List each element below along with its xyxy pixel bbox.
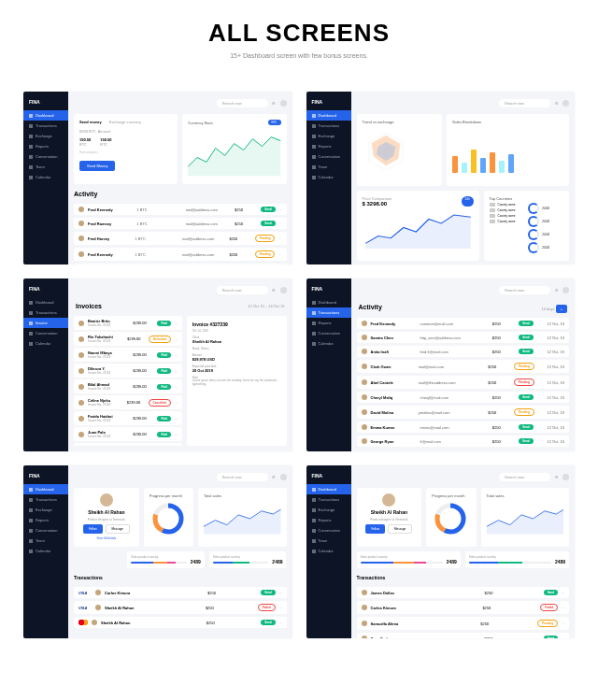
nav-reports[interactable]: Reports: [306, 318, 351, 328]
tab-send[interactable]: Send money: [79, 120, 102, 124]
nav-conversation[interactable]: Conversation: [23, 525, 68, 536]
activity-row[interactable]: Fred Kennedy1 BTCmail@address.com$250Pen…: [74, 264, 287, 264]
transaction-row[interactable]: VISACarlos Kimura$250Send⋯: [74, 587, 287, 598]
invoice-row[interactable]: Josh BryantInvoice No. #0123$239.00Paid⋯: [74, 443, 182, 446]
invoice-row[interactable]: Naomi MbeyaInvoice No. #0123$239.00Paid⋯: [74, 348, 182, 362]
bell-icon[interactable]: ⚙: [272, 475, 277, 479]
nav-transactions[interactable]: Transactions: [23, 494, 68, 505]
invoice-row[interactable]: Celine NjokuInvoice No. #0123$239.00Canc…: [74, 395, 182, 409]
nav-exchange[interactable]: Exchange: [23, 505, 68, 515]
activity-row[interactable]: Fred Harvey1 BTCmail@address.com$250Pend…: [74, 232, 287, 245]
nav-exchange[interactable]: Exchange: [306, 131, 351, 141]
more-icon[interactable]: ⋯: [278, 252, 281, 256]
bell-icon[interactable]: ⚙: [272, 288, 277, 293]
transaction-row[interactable]: VISASheikh Al Rahan$250Failed⋯: [74, 601, 287, 614]
nav-dashboard[interactable]: Dashboard: [306, 297, 351, 307]
more-icon[interactable]: ⋯: [175, 433, 178, 436]
more-icon[interactable]: ⋯: [562, 621, 564, 625]
nav-team[interactable]: Team: [306, 536, 351, 546]
nav-dashboard[interactable]: Dashboard: [23, 297, 68, 307]
date-range[interactable]: 12 Oct 19 – 24 Oct 19: [248, 304, 284, 308]
user-avatar[interactable]: [280, 287, 287, 293]
price-badge[interactable]: 24h: [462, 196, 474, 207]
more-icon[interactable]: ⋯: [175, 337, 178, 341]
follow-button[interactable]: Follow: [365, 524, 385, 534]
nav-calendar[interactable]: Calendar: [23, 172, 68, 182]
more-icon[interactable]: ⋯: [562, 591, 564, 594]
nav-team[interactable]: Team: [23, 536, 68, 546]
search-input[interactable]: Search now: [499, 286, 550, 294]
nav-calendar[interactable]: Calendar: [23, 546, 68, 556]
nav-transactions[interactable]: Transactions: [23, 121, 68, 131]
nav-calendar[interactable]: Calendar: [306, 546, 351, 556]
chart-badge[interactable]: BTC: [268, 120, 281, 125]
more-icon[interactable]: ⋯: [279, 207, 282, 211]
invoice-row[interactable]: Beatriz BritoInvoice No. #0123$239.00Pai…: [74, 316, 182, 330]
nav-conversation[interactable]: Conversation: [306, 151, 351, 162]
nav-calendar[interactable]: Calendar: [23, 338, 68, 349]
more-icon[interactable]: ⋯: [175, 385, 178, 389]
nav-team[interactable]: Team: [306, 162, 351, 172]
user-avatar[interactable]: [280, 100, 287, 107]
invoice-row[interactable]: Bilal AhmadInvoice No. #0123$239.00Paid⋯: [74, 379, 182, 393]
more-icon[interactable]: ⋯: [279, 621, 282, 624]
nav-transactions[interactable]: Transactions: [306, 494, 351, 505]
activity-row[interactable]: Fred Ramsey1 BTCmail@address.com$250Send…: [74, 218, 287, 229]
country-row[interactable]: Country name: [490, 214, 525, 218]
nav-team[interactable]: Team: [23, 162, 68, 172]
bell-icon[interactable]: ⚙: [554, 475, 559, 479]
activity-row[interactable]: Fred Kennedy1 BTCmail@address.com$250Pen…: [74, 248, 287, 261]
more-icon[interactable]: ⋯: [175, 321, 178, 325]
transaction-row[interactable]: James Dallas$250Send⋯: [357, 587, 570, 598]
activity-row[interactable]: Fred Kennedycameron@mail.com$250Send12 O…: [357, 318, 570, 329]
transaction-row[interactable]: Cora Carlos$250Send⋯: [357, 633, 570, 638]
nav-invoice[interactable]: Invoice: [23, 318, 68, 328]
nav-exchange[interactable]: Exchange: [306, 505, 351, 515]
add-button[interactable]: +: [556, 305, 567, 313]
more-icon[interactable]: ⋯: [279, 591, 282, 594]
activity-row[interactable]: David Molinaymolina@mail.com$250Pending1…: [357, 406, 570, 419]
bell-icon[interactable]: ⚙: [554, 288, 559, 293]
user-avatar[interactable]: [562, 100, 569, 107]
transaction-row[interactable]: Carlos Kimura$250Failed⋯: [357, 601, 570, 614]
country-row[interactable]: Country name: [490, 220, 525, 223]
user-avatar[interactable]: [562, 474, 569, 480]
nav-conversation[interactable]: Conversation: [23, 151, 68, 162]
invoice-row[interactable]: Dilnoza Y.Invoice No. #0123$239.00Paid⋯: [74, 364, 182, 378]
activity-row[interactable]: Anita Inafifred.fr@mail.com$250Send12 Oc…: [357, 346, 570, 357]
more-icon[interactable]: ⋯: [175, 417, 178, 421]
transaction-row[interactable]: Samuella Alinta$250Pending⋯: [357, 617, 570, 630]
nav-reports[interactable]: Reports: [306, 515, 351, 525]
nav-reports[interactable]: Reports: [306, 141, 351, 151]
nav-reports[interactable]: Reports: [23, 515, 68, 525]
nav-calendar[interactable]: Calendar: [306, 172, 351, 182]
more-icon[interactable]: ⋯: [175, 401, 178, 405]
activity-row[interactable]: George Ryanfr@mail.com$250Send12 Oct, 19: [357, 436, 570, 447]
more-icon[interactable]: ⋯: [562, 606, 564, 609]
nav-conversation[interactable]: Conversation: [23, 328, 68, 338]
search-input[interactable]: Search now: [499, 473, 550, 481]
more-icon[interactable]: ⋯: [278, 236, 281, 240]
invoice-row[interactable]: Farida HaidariInvoice No. #0123$239.00Pa…: [74, 411, 182, 425]
more-icon[interactable]: ⋯: [562, 636, 564, 638]
nav-reports[interactable]: Reports: [23, 141, 68, 151]
activity-row[interactable]: Abel Cantelemail@theaddress.com$250Pendi…: [357, 376, 570, 389]
activity-row[interactable]: Fred Kennedy1 BTCmail@address.com$250Sen…: [74, 204, 287, 215]
nav-dashboard[interactable]: Dashboard: [306, 110, 351, 121]
invoice-row[interactable]: Juan PalaInvoice No. #0123$239.00Paid⋯: [74, 427, 182, 441]
search-input[interactable]: Search now: [217, 473, 268, 481]
country-row[interactable]: Country name: [490, 208, 525, 212]
nav-calendar[interactable]: Calendar: [306, 338, 351, 349]
activity-row[interactable]: Samira Chenhttp_sam@address.com$250Send1…: [357, 332, 570, 343]
filter-dropdown[interactable]: 14 days: [542, 307, 555, 311]
more-icon[interactable]: ⋯: [175, 353, 178, 357]
nav-dashboard[interactable]: Dashboard: [23, 110, 68, 121]
send-money-button[interactable]: Send Money: [79, 161, 115, 171]
bell-icon[interactable]: ⚙: [554, 101, 559, 106]
nav-conversation[interactable]: Conversation: [306, 525, 351, 536]
nav-transactions[interactable]: Transactions: [23, 307, 68, 318]
more-icon[interactable]: ⋯: [175, 369, 178, 373]
activity-row[interactable]: Cheryl Maliqcheryl@mail.com$250Send12 Oc…: [357, 392, 570, 403]
nav-exchange[interactable]: Exchange: [23, 131, 68, 141]
invoice-row[interactable]: Rin TakahashiInvoice No. #0123$239.00Ref…: [74, 332, 182, 346]
